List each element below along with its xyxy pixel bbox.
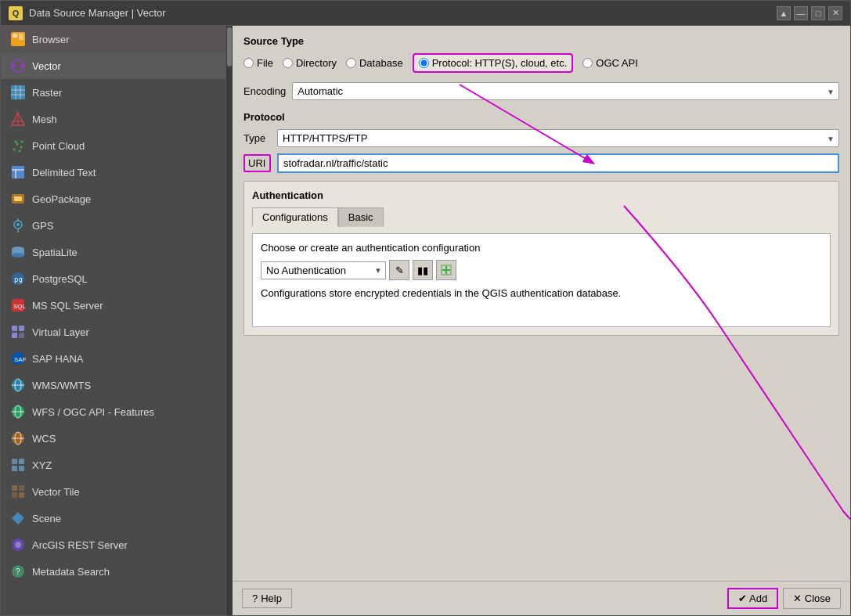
help-icon: ? <box>252 593 258 604</box>
svg-rect-58 <box>19 492 24 498</box>
sidebar-label-geopackage: GeoPackage <box>32 193 91 205</box>
pointcloud-icon <box>10 138 26 153</box>
geopackage-icon <box>10 191 26 207</box>
svg-rect-20 <box>12 166 24 178</box>
svg-point-5 <box>20 63 25 68</box>
svg-text:pg: pg <box>14 276 23 283</box>
action-buttons: ✔ Add ✕ Close <box>727 588 841 609</box>
sidebar-item-raster[interactable]: Raster <box>1 79 225 106</box>
sidebar-item-wmswmts[interactable]: WMS/WMTS <box>1 372 225 398</box>
svg-rect-1 <box>13 34 17 38</box>
sidebar-label-mesh: Mesh <box>32 113 57 125</box>
sidebar-item-scene[interactable]: Scene <box>1 505 225 531</box>
sidebar-label-raster: Raster <box>32 87 62 99</box>
help-label: Help <box>261 593 282 604</box>
edit-config-button[interactable]: ✎ <box>389 260 409 280</box>
main-panel: Source Type File Directory Database <box>233 26 850 615</box>
authentication-section: Authentication Configurations Basic Choo… <box>243 181 839 336</box>
sidebar-item-pointcloud[interactable]: Point Cloud <box>1 132 225 159</box>
help-button[interactable]: ? Help <box>242 589 292 608</box>
sidebar-item-mssql[interactable]: SQL MS SQL Server <box>1 292 225 319</box>
sidebar-item-geopackage[interactable]: GeoPackage <box>1 186 225 212</box>
maximize-button[interactable]: □ <box>811 6 825 20</box>
tab-basic[interactable]: Basic <box>338 207 384 227</box>
type-row: Type HTTP/HTTPS/FTP ▼ <box>243 129 839 147</box>
main-window: Q Data Source Manager | Vector ▲ — □ ✕ B… <box>0 0 851 616</box>
sidebar-item-gps[interactable]: GPS <box>1 212 225 239</box>
sidebar-scroll-thumb[interactable] <box>227 27 232 67</box>
remove-config-button[interactable]: ▮▮ <box>413 260 433 280</box>
svg-point-18 <box>21 141 23 143</box>
encoding-select[interactable]: Automatic UTF-8 Latin-1 <box>292 82 839 100</box>
spatialite-icon <box>10 244 26 260</box>
radio-database[interactable]: Database <box>346 57 403 69</box>
svg-point-16 <box>20 146 23 149</box>
vectortile-icon <box>10 484 26 499</box>
encoding-select-wrapper: Automatic UTF-8 Latin-1 ▼ <box>292 82 839 100</box>
svg-rect-24 <box>14 196 22 201</box>
sidebar-item-wcs[interactable]: WCS <box>1 425 225 452</box>
sidebar-item-browser[interactable]: Browser <box>1 26 225 52</box>
sidebar-label-vectortile: Vector Tile <box>32 486 80 498</box>
sidebar-label-mssql: MS SQL Server <box>32 300 103 312</box>
tab-configurations[interactable]: Configurations <box>252 207 338 227</box>
radio-label-database: Database <box>359 57 403 69</box>
radio-input-protocol[interactable] <box>419 58 429 68</box>
browser-icon <box>10 31 26 47</box>
svg-rect-36 <box>12 326 17 331</box>
sidebar-label-virtuallayer: Virtual Layer <box>32 326 89 338</box>
sidebar-item-vector[interactable]: Vector <box>1 52 225 79</box>
sidebar-item-xyz[interactable]: XYZ <box>1 452 225 478</box>
add-config-button[interactable] <box>436 260 456 280</box>
add-button[interactable]: ✔ Add <box>727 588 778 609</box>
panel-content: Source Type File Directory Database <box>233 26 850 581</box>
radio-input-directory[interactable] <box>283 58 293 68</box>
sidebar-item-wfs[interactable]: WFS / OGC API - Features <box>1 398 225 425</box>
radio-directory[interactable]: Directory <box>283 57 337 69</box>
minimize-button[interactable]: ▲ <box>777 6 791 20</box>
postgresql-icon: pg <box>10 271 26 286</box>
sidebar-item-delimited[interactable]: Delimited Text <box>1 159 225 186</box>
protocol-section: Protocol Type HTTP/HTTPS/FTP ▼ URI <box>243 111 839 173</box>
saphana-icon: SAP <box>10 351 26 366</box>
radio-protocol[interactable]: Protocol: HTTP(S), cloud, etc. <box>413 53 574 73</box>
metadata-icon: ? <box>10 564 26 579</box>
sidebar-item-spatialite[interactable]: SpatiaLite <box>1 239 225 265</box>
close-button[interactable]: ✕ <box>828 6 842 20</box>
svg-marker-59 <box>12 512 24 524</box>
svg-rect-57 <box>12 492 17 498</box>
xyz-icon <box>10 457 26 473</box>
svg-point-31 <box>12 253 24 258</box>
encoding-section: Encoding Automatic UTF-8 Latin-1 ▼ <box>243 82 839 100</box>
svg-rect-56 <box>19 485 24 491</box>
sidebar-item-virtuallayer[interactable]: Virtual Layer <box>1 319 225 345</box>
radio-input-ogcapi[interactable] <box>582 58 593 68</box>
uri-input[interactable] <box>277 153 839 173</box>
sidebar-item-mesh[interactable]: Mesh <box>1 106 225 132</box>
radio-label-protocol: Protocol: HTTP(S), cloud, etc. <box>432 57 568 69</box>
mssql-icon: SQL <box>10 297 26 313</box>
sidebar-item-metadata[interactable]: ? Metadata Search <box>1 558 225 585</box>
close-dialog-button[interactable]: ✕ Close <box>783 588 841 609</box>
svg-text:SQL: SQL <box>13 303 26 310</box>
config-select-wrapper: No Authentication ▼ <box>261 261 386 279</box>
radio-file[interactable]: File <box>243 57 273 69</box>
type-select[interactable]: HTTP/HTTPS/FTP <box>277 129 839 147</box>
radio-input-database[interactable] <box>346 58 356 68</box>
window-controls: ▲ — □ ✕ <box>777 6 842 20</box>
radio-ogcapi[interactable]: OGC API <box>582 57 637 69</box>
arcgisrest-icon <box>10 537 26 553</box>
radio-input-file[interactable] <box>243 58 254 68</box>
sidebar-scrollbar[interactable] <box>226 26 233 615</box>
svg-text:SAP: SAP <box>14 356 26 363</box>
sidebar-item-postgresql[interactable]: pg PostgreSQL <box>1 265 225 292</box>
sidebar-label-arcgisrest: ArcGIS REST Server <box>32 539 128 551</box>
sidebar-label-delimited: Delimited Text <box>32 167 96 178</box>
config-label: Choose or create an authentication confi… <box>261 242 822 254</box>
sidebar-item-arcgisrest[interactable]: ArcGIS REST Server <box>1 531 225 558</box>
sidebar-item-saphana[interactable]: SAP SAP HANA <box>1 345 225 372</box>
minimize-button2[interactable]: — <box>794 6 808 20</box>
sidebar-item-vectortile[interactable]: Vector Tile <box>1 478 225 505</box>
svg-rect-39 <box>19 333 24 338</box>
auth-config-select[interactable]: No Authentication <box>261 261 386 279</box>
